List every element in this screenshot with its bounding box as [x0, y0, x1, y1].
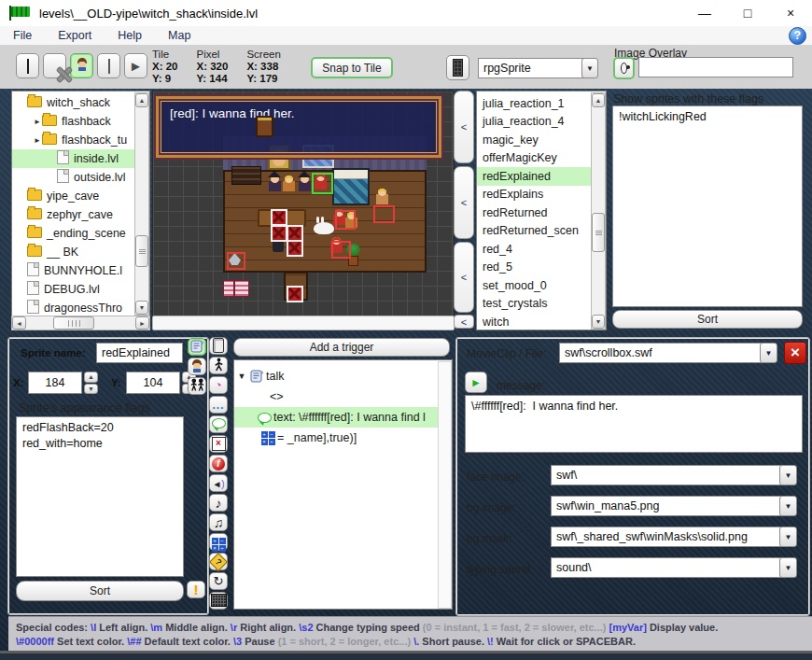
timer-tool[interactable]: ◔	[209, 376, 228, 394]
movieclip-file-combo-arrow[interactable]: ▼	[760, 343, 777, 363]
dots-tool[interactable]: ...	[209, 396, 228, 414]
collapse-panel-button[interactable]: <	[454, 166, 474, 239]
sprite-item-julia-reaction-1[interactable]: julia_reaction_1	[477, 94, 606, 113]
add-trigger-button[interactable]: Add a trigger	[233, 338, 450, 357]
trigger-talk[interactable]: ▼talk	[234, 366, 452, 386]
walk-tool[interactable]	[209, 357, 228, 374]
tree-item-inside-lvl[interactable]: inside.lvl	[12, 149, 149, 168]
door-tool[interactable]	[209, 337, 228, 355]
scroll-up-arrow[interactable]: ▲	[592, 93, 605, 107]
question-tool[interactable]: ?	[209, 553, 228, 570]
typing-sound-combo-arrow[interactable]: ▼	[779, 557, 797, 578]
face-image-combo-arrow[interactable]: ▼	[779, 465, 797, 485]
sprite-item-julia-reaction-4[interactable]: julia_reaction_4	[477, 113, 606, 132]
sprite-type-dropdown[interactable]: rpgSprite	[478, 58, 590, 78]
sprite-item-magic-key[interactable]: magic_key	[477, 131, 606, 149]
image-overlay-eye-button[interactable]	[613, 57, 635, 79]
sprite-item-redreturned[interactable]: redReturned	[477, 204, 606, 222]
collapse-panel-button[interactable]: <	[454, 91, 474, 163]
menu-item-file[interactable]: File	[0, 27, 45, 44]
sprite-item-redexplains[interactable]: redExplains	[477, 186, 606, 204]
movieclip-file-combo[interactable]: swf\scrollbox.swf	[559, 343, 768, 363]
trigger-tree-vscrollbar[interactable]	[438, 361, 452, 609]
typing-sound-combo[interactable]: sound\	[551, 557, 786, 578]
tree-item-yipe-cave[interactable]: yipe_cave	[12, 187, 149, 205]
collapse-panel-button[interactable]: <	[454, 242, 474, 313]
tree-expander[interactable]: ►	[33, 118, 42, 126]
bg-mask-combo[interactable]: swf\_shared_swf\winMasks\solid.png	[551, 527, 786, 547]
map-canvas[interactable]: [red]: I wanna find her.	[152, 91, 455, 317]
close-button[interactable]: ×	[769, 0, 812, 26]
sprite-item-test-crystals[interactable]: test_crystals	[477, 295, 606, 314]
sound-tool[interactable]: ◄)	[209, 474, 228, 492]
face-image-combo[interactable]: swf\	[551, 465, 786, 485]
scroll-thumb[interactable]	[53, 316, 94, 330]
scroll-thumb[interactable]	[135, 235, 148, 267]
grid-tool[interactable]	[16, 53, 39, 78]
tree-item-flashback[interactable]: ►flashback	[12, 112, 149, 131]
sprite-item-set-mood-0[interactable]: set_mood_0	[477, 276, 606, 295]
tree-item-bk[interactable]: __ BK	[12, 243, 149, 261]
tiles-tool[interactable]	[43, 53, 66, 78]
sprite-item-redexplained[interactable]: redExplained	[477, 167, 606, 186]
file-tree-hscrollbar[interactable]: ◄ ►	[11, 316, 150, 330]
tree-expander[interactable]: ►	[33, 136, 42, 145]
tree-item-ending-scene[interactable]: _ending_scene	[12, 224, 149, 243]
snap-to-tile-button[interactable]: Snap to Tile	[311, 57, 393, 78]
sprite-flags-sort-button[interactable]: Sort	[16, 581, 184, 601]
remove-trigger-button[interactable]: ×	[784, 342, 806, 364]
play-tool[interactable]: ►	[124, 53, 147, 78]
flags-filter-textarea[interactable]: !witchLickingRed	[612, 105, 803, 307]
sprite-item-redreturned-scen[interactable]: redReturned_scen	[477, 222, 606, 241]
help-icon[interactable]: ?	[789, 27, 806, 45]
x-stepper[interactable]: ▲ ▼	[84, 372, 97, 394]
sprite-item-red-4[interactable]: red_4	[477, 240, 606, 259]
music-notes-tool[interactable]: ♫	[209, 513, 228, 531]
sprite-tool[interactable]	[70, 53, 93, 78]
script-tool[interactable]	[188, 338, 206, 356]
tree-item-outside-lvl[interactable]: outside.lvl	[12, 168, 149, 187]
tree-item-debug-lvl[interactable]: DEBUG.lvl	[12, 280, 149, 299]
notes-tool[interactable]	[97, 53, 120, 78]
x-up-arrow[interactable]: ▲	[84, 372, 98, 383]
sprite-list-vscrollbar[interactable]: ▲ ▼	[591, 92, 606, 330]
tree-item-bunnyhole-l[interactable]: BUNNYHOLE.l	[12, 261, 149, 280]
x-input[interactable]	[28, 372, 82, 394]
sprite-type-dropdown-arrow[interactable]: ▼	[581, 58, 598, 78]
sprite-item-witch[interactable]: witch	[477, 313, 606, 330]
bg-mask-combo-arrow[interactable]: ▼	[779, 527, 797, 547]
menu-item-map[interactable]: Map	[155, 27, 203, 44]
appearance-flags-textarea[interactable]: redFlashBack=20 red_with=home	[16, 416, 184, 577]
scroll-up-arrow[interactable]: ▲	[135, 93, 148, 107]
bg-image-combo-arrow[interactable]: ▼	[779, 496, 797, 516]
bg-image-combo[interactable]: swf\win_mana5.png	[551, 496, 786, 516]
scroll-right-arrow[interactable]: ►	[135, 316, 149, 330]
scroll-left-arrow[interactable]: ◄	[12, 316, 26, 330]
trigger-condition[interactable]: <>	[234, 386, 452, 407]
tree-expander[interactable]: ▼	[236, 372, 247, 381]
file-tree-vscrollbar[interactable]: ▲ ▼	[134, 92, 149, 316]
maximize-button[interactable]: □	[726, 0, 769, 26]
scroll-down-arrow[interactable]: ▼	[135, 301, 148, 315]
music-note-tool[interactable]: ♪	[209, 494, 228, 512]
math-tool[interactable]: +−×÷	[209, 533, 228, 551]
sprite-name-input[interactable]	[96, 343, 183, 363]
sprite-item-offermagickey[interactable]: offerMagicKey	[477, 149, 606, 168]
tree-item-flashback-tu[interactable]: ►flashback_tu	[12, 131, 149, 149]
speech-tool[interactable]	[209, 415, 228, 433]
flash-tool[interactable]: f	[209, 455, 228, 472]
grid-overlay-button[interactable]	[446, 55, 469, 80]
sprite-item-red-5[interactable]: red_5	[477, 259, 606, 277]
trigger-set[interactable]: +−×÷= _name],true)]	[234, 428, 452, 448]
image-overlay-input[interactable]	[638, 57, 793, 77]
tree-item-witch-shack[interactable]: witch_shack	[12, 93, 149, 112]
flags-sort-button[interactable]: Sort	[612, 310, 803, 329]
preview-play-button[interactable]: ►	[465, 372, 487, 393]
walk-cycle-tool[interactable]	[188, 377, 206, 395]
menu-item-help[interactable]: Help	[105, 27, 155, 44]
keyboard-tool[interactable]	[209, 592, 228, 610]
sprite-face-tool[interactable]	[188, 358, 206, 375]
minimize-button[interactable]: —	[683, 0, 726, 26]
x-down-arrow[interactable]: ▼	[84, 384, 98, 395]
loop-tool[interactable]: ↻	[209, 572, 228, 590]
